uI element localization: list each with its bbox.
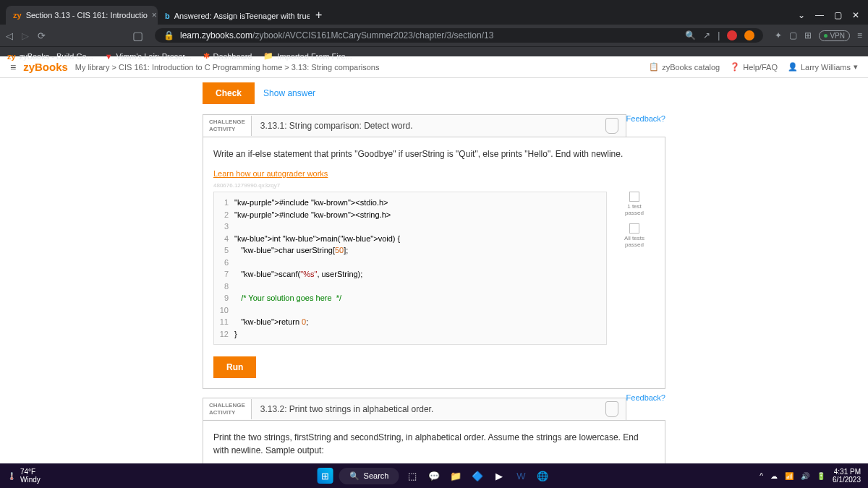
tab-label: Section 3.13 - CIS 161: Introductio [26, 11, 148, 20]
hamburger-icon[interactable]: ≡ [10, 61, 16, 73]
task-view-icon[interactable]: ⬚ [404, 468, 420, 484]
activity-type-label: ACTIVITY [209, 126, 245, 133]
test-results: 1 test passed All tests passed [614, 192, 655, 345]
chevron-up-icon[interactable]: ^ [760, 472, 763, 480]
completion-badge [605, 401, 618, 417]
activity-id: 480676.1279990.qx3zqy7 [213, 182, 655, 189]
code-line[interactable]: 8 [214, 281, 606, 293]
volume-icon[interactable]: 🔊 [801, 472, 809, 480]
play-icon[interactable]: ▶ [491, 468, 507, 484]
start-icon[interactable]: ⊞ [318, 468, 333, 484]
tab-strip: zy Section 3.13 - CIS 161: Introductio ×… [0, 0, 868, 25]
code-line[interactable]: 11 "kw-blue">return 0; [214, 316, 606, 328]
activity-instructions: Print the two strings, firstString and s… [213, 431, 655, 457]
code-line[interactable]: 1"kw-purple">#include "kw-brown"><stdio.… [214, 197, 606, 209]
tab-favicon: b [165, 12, 170, 20]
extensions-icon[interactable]: ✦ [775, 30, 782, 40]
zybooks-logo[interactable]: zyBooks [23, 61, 68, 73]
wifi-icon[interactable]: 📶 [785, 472, 793, 480]
url-host: learn.zybooks.com [180, 30, 252, 40]
taskbar-search[interactable]: 🔍 Search [339, 468, 399, 484]
code-line[interactable]: 10 [214, 304, 606, 317]
bookmark-item[interactable]: ▼Vimm's Lair: Preser... [105, 52, 192, 61]
code-line[interactable]: 4"kw-blue">int "kw-blue">main("kw-blue">… [214, 233, 606, 245]
app-icon[interactable]: 💬 [426, 468, 442, 484]
code-line[interactable]: 3 [214, 221, 606, 233]
code-line[interactable]: 6 [214, 257, 606, 269]
bookmark-item[interactable]: zyzyBooks - Build Co... [7, 52, 93, 61]
activity-body: Print the two strings, firstString and s… [203, 420, 665, 463]
test-checkbox [629, 223, 639, 234]
check-button[interactable]: Check [203, 82, 255, 104]
share-icon[interactable]: ↗ [703, 30, 710, 40]
feedback-link[interactable]: Feedback? [626, 114, 665, 123]
forward-icon[interactable]: ▷ [22, 30, 29, 41]
bookmark-item[interactable]: 📁Imported From Fire... [263, 51, 352, 61]
menu-icon[interactable]: ≡ [857, 30, 862, 40]
close-window-icon[interactable]: ✕ [852, 10, 859, 20]
search-icon[interactable]: 🔍 [685, 30, 696, 40]
activity-instructions: Write an if-else statement that prints "… [213, 147, 655, 160]
vpn-badge[interactable]: VPN [819, 30, 850, 41]
show-answer-button[interactable]: Show answer [263, 88, 315, 98]
address-bar[interactable]: 🔒 learn.zybooks.com/zybook/AVCCIS161McCa… [155, 28, 763, 43]
close-icon[interactable]: × [152, 10, 157, 20]
sidebar-icon[interactable]: ▢ [789, 30, 797, 40]
new-tab-button[interactable]: + [310, 6, 328, 25]
url-path: /zybook/AVCCIS161McCarySummer2023/chapte… [252, 30, 493, 40]
battery-icon[interactable]: 🔋 [817, 472, 825, 480]
weather-icon: 🌡️ [7, 472, 16, 480]
activity-type-label: ACTIVITY [209, 409, 245, 416]
extension-badge-1[interactable] [727, 30, 737, 40]
feedback-link[interactable]: Feedback? [626, 393, 665, 402]
tab-favicon: zy [13, 11, 22, 20]
windows-taskbar: 🌡️ 74°F Windy ⊞ 🔍 Search ⬚ 💬 📁 🔷 ▶ W 🌐 ^… [0, 463, 868, 488]
reload-icon[interactable]: ⟳ [38, 30, 46, 41]
code-line[interactable]: 12} [214, 328, 606, 341]
activity-header: CHALLENGE ACTIVITY 3.13.2: Print two str… [203, 398, 626, 420]
user-menu[interactable]: 👤 Larry Williams ▾ [788, 62, 858, 72]
word-icon[interactable]: W [513, 468, 529, 484]
lock-icon: 🔒 [163, 30, 174, 40]
explorer-icon[interactable]: 📁 [448, 468, 464, 484]
chevron-down-icon[interactable]: ⌄ [798, 10, 805, 20]
code-line[interactable]: 5 "kw-blue">char userString[50]; [214, 244, 606, 257]
collections-icon[interactable]: ⊞ [804, 30, 812, 40]
back-icon[interactable]: ◁ [6, 30, 13, 41]
test-checkbox [629, 192, 639, 202]
autograder-link[interactable]: Learn how our autograder works [213, 169, 328, 178]
tab-label: Answered: Assign isTeenager with true [174, 12, 310, 20]
breadcrumb[interactable]: My library > CIS 161: Introduction to C … [75, 63, 380, 72]
catalog-link[interactable]: 📋 zyBooks catalog [649, 62, 720, 72]
activity-header: CHALLENGE ACTIVITY 3.13.1: String compar… [203, 114, 626, 137]
code-line[interactable]: 7 "kw-blue">scanf("%s", userString); [214, 268, 606, 281]
reading-list-icon[interactable]: ▢ [132, 29, 143, 43]
cloud-icon[interactable]: ☁ [770, 472, 778, 480]
weather-widget[interactable]: 🌡️ 74°F Windy [7, 468, 41, 484]
chrome-icon[interactable]: 🌐 [535, 468, 550, 484]
clock[interactable]: 4:31 PM 6/1/2023 [833, 468, 861, 484]
browser-tab-1[interactable]: zy Section 3.13 - CIS 161: Introductio × [6, 6, 158, 25]
help-link[interactable]: ❓ Help/FAQ [730, 62, 778, 72]
activity-type-label: CHALLENGE [209, 119, 245, 126]
browser-tab-2[interactable]: b Answered: Assign isTeenager with true [158, 7, 310, 25]
code-line[interactable]: 9 /* Your solution goes here */ [214, 292, 606, 304]
activity-type-label: CHALLENGE [209, 402, 245, 409]
activity-title: 3.13.2: Print two strings in alphabetica… [252, 398, 442, 420]
code-line[interactable]: 2"kw-purple">#include "kw-brown"><string… [214, 209, 606, 221]
code-editor[interactable]: 1"kw-purple">#include "kw-brown"><stdio.… [213, 192, 607, 345]
completion-badge [605, 118, 618, 134]
run-button[interactable]: Run [213, 356, 256, 378]
activity-title: 3.13.1: String comparison: Detect word. [252, 115, 422, 137]
minimize-icon[interactable]: — [815, 10, 824, 20]
maximize-icon[interactable]: ▢ [834, 10, 842, 20]
activity-body: Write an if-else statement that prints "… [203, 137, 665, 389]
app-icon[interactable]: 🔷 [469, 468, 485, 484]
bookmark-item[interactable]: ✱Dashboard [203, 51, 252, 61]
extension-badge-2[interactable] [744, 30, 754, 40]
